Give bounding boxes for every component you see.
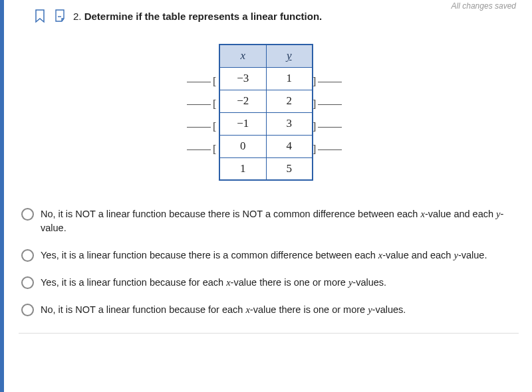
table-row: −3 1: [219, 67, 313, 90]
cell-x: 1: [219, 157, 266, 180]
radio-icon[interactable]: [21, 208, 34, 221]
table-row: 1 5: [219, 157, 313, 180]
cell-y: 1: [266, 67, 313, 90]
right-bracket: ]: [313, 76, 344, 88]
radio-icon[interactable]: [21, 276, 34, 289]
radio-icon[interactable]: [21, 249, 34, 262]
cell-x: −1: [219, 112, 266, 135]
right-bracket: ]: [313, 121, 344, 133]
answer-text: No, it is NOT a linear function because …: [41, 303, 406, 317]
left-bracket: [: [185, 144, 216, 155]
table-row: 0 4: [219, 135, 313, 157]
left-bracket: [: [185, 121, 216, 133]
note-icon[interactable]: [53, 8, 66, 24]
answer-text: No, it is NOT a linear function because …: [41, 207, 516, 235]
save-status: All changes saved: [452, 1, 516, 11]
answer-option[interactable]: No, it is NOT a linear function because …: [19, 201, 519, 242]
cell-y: 2: [266, 90, 313, 112]
header-x: x: [219, 45, 266, 67]
divider: [19, 333, 519, 334]
xy-table: x y −3 1 −2 2 −1 3 0 4 1 5: [219, 44, 313, 181]
table-row: −2 2: [219, 90, 313, 112]
answer-list: No, it is NOT a linear function because …: [0, 201, 532, 324]
header-y: y: [266, 45, 313, 67]
answer-option[interactable]: No, it is NOT a linear function because …: [19, 296, 519, 324]
radio-icon[interactable]: [21, 304, 34, 316]
cell-y: 5: [266, 157, 313, 180]
table-container: x y −3 1 −2 2 −1 3 0 4 1 5 [ [ [ [ ] ] ]: [0, 44, 532, 181]
answer-option[interactable]: Yes, it is a linear function because the…: [19, 242, 519, 269]
left-bracket: [: [185, 98, 216, 110]
right-bracket: ]: [313, 98, 344, 110]
cell-x: −3: [219, 67, 266, 90]
question-prompt: Determine if the table represents a line…: [84, 11, 323, 22]
cell-x: −2: [219, 90, 266, 112]
answer-text: Yes, it is a linear function because the…: [41, 248, 487, 262]
left-bracket: [: [185, 76, 216, 88]
right-bracket: ]: [313, 144, 344, 155]
cell-y: 3: [266, 112, 313, 135]
question-number: 2.: [73, 11, 82, 22]
answer-text: Yes, it is a linear function because for…: [41, 276, 386, 290]
table-row: −1 3: [219, 112, 313, 135]
answer-option[interactable]: Yes, it is a linear function because for…: [19, 269, 519, 296]
bookmark-icon[interactable]: [33, 8, 47, 24]
cell-y: 4: [266, 135, 313, 157]
question-text: 2. Determine if the table represents a l…: [73, 11, 322, 22]
cell-x: 0: [219, 135, 266, 157]
